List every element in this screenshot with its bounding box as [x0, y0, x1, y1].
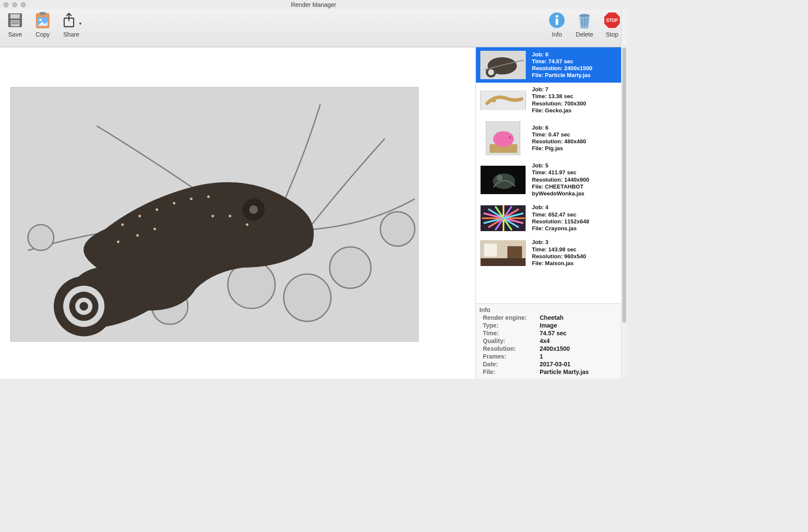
- job-meta: Job: 5Time: 411.97 secResolution: 1440x9…: [532, 162, 623, 197]
- clipboard-image-icon: [34, 11, 51, 29]
- copy-button[interactable]: Copy: [33, 11, 53, 47]
- job-file: File: Maison.jas: [532, 260, 586, 267]
- svg-point-24: [380, 212, 415, 246]
- toolbar-right-group: Info Delete: [547, 11, 622, 47]
- svg-point-12: [556, 15, 558, 18]
- zoom-window-button[interactable]: [21, 2, 26, 7]
- toolbar-left-group: Save Copy: [5, 11, 82, 47]
- svg-point-56: [509, 136, 511, 139]
- info-type-label: Type:: [479, 322, 540, 329]
- minimize-window-button[interactable]: [12, 2, 17, 7]
- svg-point-36: [155, 208, 158, 211]
- svg-point-37: [173, 202, 175, 204]
- scrollbar-thumb[interactable]: [622, 47, 626, 323]
- info-grid: Render engine: Cheetah Type: Image Time:…: [479, 314, 624, 375]
- dropdown-arrow-icon: ▼: [78, 22, 82, 26]
- trash-icon: [576, 11, 593, 29]
- svg-rect-57: [497, 132, 499, 135]
- info-quality-value: 4x4: [540, 337, 624, 344]
- job-meta: Job: 8Time: 74.57 secResolution: 2400x15…: [532, 51, 592, 79]
- info-type-value: Image: [540, 322, 624, 329]
- job-res: Resolution: 1440x900: [532, 176, 623, 183]
- copy-label: Copy: [36, 31, 50, 38]
- svg-point-23: [329, 247, 371, 288]
- job-id: Job: 5: [532, 162, 623, 169]
- info-engine-value: Cheetah: [540, 314, 624, 321]
- render-job-item[interactable]: Job: 4Time: 652.47 secResolution: 1152x6…: [476, 201, 627, 235]
- job-meta: Job: 7Time: 13.38 secResolution: 700x300…: [532, 86, 586, 114]
- job-file: File: Pig.jas: [532, 145, 586, 152]
- svg-rect-4: [12, 23, 19, 24]
- app-window: Render Manager Save: [0, 0, 627, 379]
- info-frames-value: 1: [540, 353, 624, 360]
- share-button[interactable]: ▼ Share: [60, 11, 82, 47]
- svg-point-31: [80, 302, 88, 311]
- info-frames-label: Frames:: [479, 353, 540, 360]
- svg-rect-1: [10, 14, 20, 19]
- stop-button[interactable]: STOP Stop: [602, 11, 622, 47]
- close-window-button[interactable]: [3, 2, 9, 7]
- window-title: Render Manager: [0, 1, 627, 8]
- share-icon: [60, 11, 78, 29]
- job-meta: Job: 3Time: 143.98 secResolution: 960x54…: [532, 239, 586, 267]
- render-job-item[interactable]: Job: 6Time: 0.47 secResolution: 480x480F…: [476, 118, 627, 159]
- svg-point-49: [488, 69, 494, 75]
- svg-point-38: [190, 198, 193, 200]
- info-label: Info: [552, 31, 562, 38]
- job-id: Job: 8: [532, 51, 592, 58]
- svg-point-39: [207, 195, 210, 198]
- content-area: Job: 8Time: 74.57 secResolution: 2400x15…: [0, 47, 627, 379]
- job-file: File: CHEETAHBOT byWeedoWonka.jas: [532, 183, 623, 198]
- floppy-disk-icon: [6, 11, 24, 29]
- info-button[interactable]: Info: [547, 11, 567, 47]
- svg-point-60: [497, 175, 503, 181]
- job-time: Time: 143.98 sec: [532, 246, 586, 253]
- svg-rect-13: [556, 19, 558, 25]
- info-engine-label: Render engine:: [479, 314, 540, 321]
- svg-point-43: [211, 215, 214, 217]
- svg-point-35: [138, 215, 141, 217]
- toolbar: Save Copy: [0, 9, 627, 47]
- right-pane: Job: 8Time: 74.57 secResolution: 2400x15…: [475, 47, 627, 379]
- info-quality-label: Quality:: [479, 337, 540, 344]
- job-id: Job: 3: [532, 239, 586, 246]
- delete-button[interactable]: Delete: [575, 11, 594, 47]
- titlebar: Render Manager: [0, 0, 627, 9]
- job-res: Resolution: 2400x1500: [532, 65, 592, 72]
- svg-point-45: [246, 223, 249, 226]
- svg-point-26: [28, 225, 54, 251]
- svg-point-40: [117, 241, 119, 243]
- job-thumbnail: [480, 240, 526, 266]
- svg-point-33: [249, 205, 258, 214]
- job-res: Resolution: 1152x648: [532, 218, 589, 225]
- render-job-item[interactable]: Job: 5Time: 411.97 secResolution: 1440x9…: [476, 159, 627, 201]
- save-button[interactable]: Save: [5, 11, 25, 47]
- job-file: File: Crayons.jas: [532, 225, 589, 232]
- render-job-item[interactable]: Job: 7Time: 13.38 secResolution: 700x300…: [476, 83, 627, 118]
- job-thumbnail: [480, 90, 526, 110]
- stop-label: Stop: [606, 31, 618, 38]
- save-label: Save: [8, 31, 22, 38]
- job-meta: Job: 6Time: 0.47 secResolution: 480x480F…: [532, 124, 586, 152]
- info-res-label: Resolution:: [479, 345, 540, 352]
- job-time: Time: 74.57 sec: [532, 58, 592, 65]
- job-thumbnail: [480, 51, 526, 79]
- job-time: Time: 411.97 sec: [532, 169, 623, 176]
- job-id: Job: 7: [532, 86, 586, 93]
- svg-rect-6: [40, 12, 46, 15]
- render-job-item[interactable]: Job: 8Time: 74.57 secResolution: 2400x15…: [476, 47, 627, 83]
- job-res: Resolution: 700x300: [532, 100, 586, 107]
- job-thumbnail: [486, 121, 520, 155]
- window-scrollbar[interactable]: [621, 9, 627, 379]
- svg-rect-81: [484, 244, 497, 257]
- job-time: Time: 652.47 sec: [532, 211, 589, 218]
- delete-label: Delete: [576, 31, 593, 38]
- render-job-item[interactable]: Job: 3Time: 143.98 secResolution: 960x54…: [476, 235, 627, 270]
- render-job-list[interactable]: Job: 8Time: 74.57 secResolution: 2400x15…: [476, 47, 627, 303]
- job-time: Time: 0.47 sec: [532, 131, 586, 138]
- info-res-value: 2400x1500: [540, 345, 624, 352]
- job-id: Job: 6: [532, 124, 586, 131]
- window-controls: [3, 2, 26, 7]
- job-time: Time: 13.38 sec: [532, 93, 586, 100]
- svg-line-17: [587, 18, 587, 26]
